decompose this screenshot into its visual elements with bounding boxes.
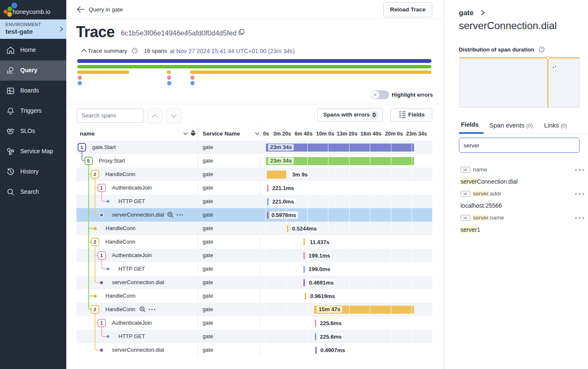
svg-text:honeycomb.io: honeycomb.io: [13, 8, 51, 15]
svg-text:?: ?: [541, 47, 543, 52]
svg-text:?: ?: [134, 49, 136, 53]
